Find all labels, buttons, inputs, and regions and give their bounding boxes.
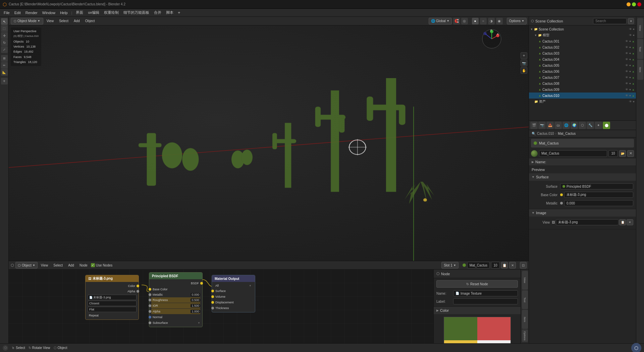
- prop-view-layer-btn[interactable]: 🗂: [554, 122, 562, 129]
- color-cell-white[interactable]: [477, 340, 511, 343]
- material-browse-btn[interactable]: 📂: [619, 150, 626, 157]
- use-nodes-checkbox[interactable]: ✓ Use Nodes: [91, 263, 112, 267]
- close-btn[interactable]: [637, 2, 641, 6]
- color-section-header[interactable]: ▶ Color: [434, 307, 521, 314]
- models-eye[interactable]: 👁: [629, 34, 632, 37]
- matout-thickness-input[interactable]: Thickness: [214, 305, 253, 311]
- node-view-menu[interactable]: View: [39, 262, 50, 269]
- render-mode-render[interactable]: ◉: [496, 18, 503, 24]
- add-menu[interactable]: Add: [72, 18, 82, 24]
- node-strip-view[interactable]: View: [522, 271, 528, 290]
- color-cell-red[interactable]: [477, 317, 511, 340]
- menu-file[interactable]: File: [1, 10, 12, 15]
- material-name-input[interactable]: Mat_Cactus: [539, 150, 607, 157]
- principled-bsdf-node[interactable]: Principled BSDF BSDF Base Color: [149, 272, 203, 327]
- render-mode-solid[interactable]: ●: [472, 18, 479, 24]
- interpolation-field[interactable]: Closest: [88, 301, 137, 306]
- strip-item-btn[interactable]: Item: [637, 60, 643, 80]
- node-strip-tool[interactable]: Tool: [522, 290, 528, 309]
- render-mode-material[interactable]: ◑: [488, 18, 495, 24]
- minimize-btn[interactable]: [627, 2, 631, 6]
- outliner-item[interactable]: ▲ Cactus.007 👁 ● ▲: [529, 74, 636, 80]
- prop-world-btn[interactable]: 🌍: [571, 122, 578, 129]
- options-btn[interactable]: Options ▼: [507, 18, 527, 24]
- prop-particles-btn[interactable]: ✦: [595, 122, 602, 129]
- menu-uv[interactable]: uv编辑: [86, 9, 102, 16]
- color-grid[interactable]: [444, 317, 511, 343]
- image-copy-btn[interactable]: 📋: [619, 219, 626, 225]
- pan-btn[interactable]: ✋: [521, 67, 527, 74]
- node-viewport[interactable]: 🖼 未标题-3.png Color Alpha 📄: [9, 270, 433, 343]
- outliner-filter-btn[interactable]: ▾: [628, 18, 634, 24]
- menu-ui[interactable]: 界面: [73, 9, 86, 16]
- snap-icon[interactable]: 🧲: [453, 18, 460, 24]
- prop-output-btn[interactable]: 📤: [546, 122, 554, 129]
- select-menu[interactable]: Select: [57, 18, 70, 24]
- bsdf-roughness-input[interactable]: Roughness 0.500: [151, 297, 200, 303]
- menu-help[interactable]: Help: [58, 10, 70, 15]
- image-new-btn[interactable]: ✕: [627, 219, 633, 225]
- viewport-content[interactable]: User Perspective (0) 模型 | Cactus.010 Obj…: [9, 25, 529, 261]
- prop-object-btn[interactable]: ⬡: [579, 122, 586, 129]
- outliner-item[interactable]: ▲ Cactus.010 👁 ● ▲: [529, 93, 636, 99]
- node-node-menu[interactable]: Node: [77, 262, 90, 269]
- color-cell-yellow[interactable]: [444, 340, 477, 343]
- outliner-item[interactable]: 📁 资产 👁 ●: [529, 99, 636, 105]
- tool-transform[interactable]: ⊞: [1, 55, 8, 62]
- surface-value-btn[interactable]: Principled BSDF: [560, 183, 633, 189]
- matout-volume-input[interactable]: Volume: [214, 294, 253, 299]
- projection-field[interactable]: Flat: [88, 307, 137, 312]
- strip-tool-btn[interactable]: Tool: [637, 39, 643, 59]
- surface-section-header[interactable]: ▼ Surface: [529, 173, 636, 181]
- strip-view-btn[interactable]: View: [637, 18, 643, 38]
- prop-search-icon[interactable]: 🔍: [532, 132, 536, 135]
- base-color-value-btn[interactable]: 未标题-3.png: [564, 192, 633, 198]
- prop-scene2-btn[interactable]: 🌐: [562, 122, 570, 129]
- node-fit-btn[interactable]: ⊡: [520, 262, 527, 269]
- node-slot-btn[interactable]: Slot 1 ▼: [441, 262, 459, 269]
- menu-add-btn[interactable]: +: [176, 9, 182, 16]
- node-label-input[interactable]: [453, 298, 518, 304]
- node-material-num[interactable]: 10: [491, 262, 500, 269]
- menu-detail[interactable]: 细节的万能面板: [121, 9, 152, 16]
- outliner-item[interactable]: ▲ Cactus.006 👁 ● ▲: [529, 68, 636, 74]
- zoom-in-btn[interactable]: +: [521, 52, 527, 59]
- matout-displacement-input[interactable]: Displacement: [214, 300, 253, 305]
- node-add-menu[interactable]: Add: [66, 262, 76, 269]
- metallic-value-field[interactable]: 0.000: [564, 200, 633, 206]
- matout-surface-input[interactable]: Surface: [214, 288, 253, 294]
- outliner-item[interactable]: ▲ Cactus.004 👁 ● ▲: [529, 56, 636, 62]
- menu-script[interactable]: 脚本: [164, 9, 176, 16]
- camera-view-btn[interactable]: 📷: [521, 60, 527, 66]
- outliner-item[interactable]: ▲ Cactus.001 👁 ● ▲: [529, 38, 636, 44]
- tool-add[interactable]: +: [1, 78, 8, 84]
- outliner-item[interactable]: ▲ Cactus.005 👁 ● ▲: [529, 62, 636, 68]
- material-slot[interactable]: Mat_Cactus: [531, 139, 634, 148]
- tool-select-box[interactable]: ⬚: [1, 25, 8, 32]
- outliner-item[interactable]: ▲ Cactus.009 👁 ● ▲: [529, 86, 636, 93]
- tool-rotate[interactable]: ↻: [1, 39, 8, 46]
- outliner-item[interactable]: ▲ Cactus.008 👁 ● ▲: [529, 80, 636, 86]
- scene-collection-eye[interactable]: 👁: [629, 27, 632, 31]
- global-coord-btn[interactable]: 🌐 Global ▼: [429, 18, 452, 24]
- proportional-icon[interactable]: ◎: [461, 18, 468, 24]
- color-cell-green[interactable]: [444, 317, 477, 340]
- tool-move[interactable]: ✛: [1, 32, 8, 39]
- preview-section-header[interactable]: ▶ Name:: [529, 158, 636, 166]
- color-socket-out[interactable]: [137, 285, 139, 287]
- menu-window[interactable]: Window: [40, 10, 58, 15]
- node-name-input[interactable]: 📄 Image Texture: [453, 290, 518, 296]
- bsdf-alpha-input[interactable]: Alpha 1.000: [151, 309, 200, 314]
- bsdf-ior-input[interactable]: IOR 1.500: [151, 303, 200, 308]
- viewport-gizmo[interactable]: X Z: [482, 29, 502, 49]
- node-material-name[interactable]: Mat_Cactus: [467, 262, 490, 269]
- tool-measure[interactable]: 📐: [1, 69, 8, 76]
- outliner-item-scene-collection[interactable]: ▼ 📁 Scene Collection 👁 ●: [529, 26, 636, 32]
- menu-edit[interactable]: Edit: [12, 10, 23, 15]
- outliner-item[interactable]: ▲ Cactus.003 👁 ● ▲: [529, 50, 636, 56]
- bsdf-metallic-input[interactable]: Metallic 0.000: [151, 292, 200, 297]
- node-delete-btn[interactable]: ✕: [509, 262, 516, 269]
- node-select-menu[interactable]: Select: [51, 262, 65, 269]
- tool-scale[interactable]: ⤢: [1, 46, 8, 53]
- object-menu[interactable]: Object: [83, 18, 97, 24]
